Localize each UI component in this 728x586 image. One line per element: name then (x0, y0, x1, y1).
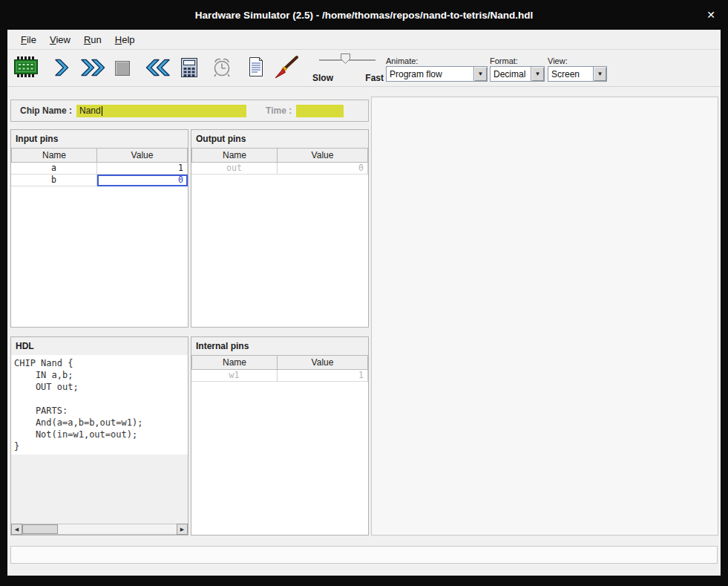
view-combo-button[interactable]: ▼ (593, 67, 606, 81)
speed-slider[interactable]: Slow Fast (310, 51, 386, 85)
hdl-panel: HDL CHIP Nand { IN a,b; OUT out; PARTS: … (10, 336, 188, 535)
run-button[interactable] (79, 57, 108, 78)
pin-value-editing[interactable]: 0 (97, 175, 188, 186)
window-title: Hardware Simulator (2.5) - /home/thomas/… (195, 10, 533, 21)
scroll-left-button[interactable]: ◀ (11, 524, 22, 535)
pin-row-out: out 0 (191, 163, 368, 175)
chip-name-field[interactable]: Nand (76, 105, 246, 117)
view-label: View: (548, 56, 568, 65)
chip-name-value: Nand (79, 105, 101, 116)
stop-icon (113, 59, 132, 78)
hdl-line: IN a,b; (14, 369, 188, 381)
calculator-icon (180, 56, 199, 79)
format-combo-button[interactable]: ▼ (531, 67, 544, 81)
chip-name-label: Chip Name : (20, 105, 72, 116)
hdl-code-view[interactable]: CHIP Nand { IN a,b; OUT out; PARTS: And(… (11, 355, 188, 455)
pin-value: 1 (278, 370, 368, 382)
column-header-name: Name (191, 355, 278, 370)
titlebar: Hardware Simulator (2.5) - /home/thomas/… (0, 0, 728, 30)
clock-button[interactable] (211, 56, 233, 78)
screen-view-panel (371, 97, 718, 535)
slider-slow-label: Slow (312, 73, 333, 83)
time-label: Time : (266, 105, 292, 116)
hdl-line: PARTS: (14, 405, 188, 417)
fast-forward-icon (79, 57, 108, 78)
output-pins-title: Output pins (191, 130, 368, 148)
internal-pins-title: Internal pins (191, 337, 368, 355)
pin-name: b (11, 175, 97, 186)
chevron-down-icon: ▼ (597, 71, 603, 77)
view-combo-value: Screen (548, 67, 593, 81)
menu-help[interactable]: Help (108, 32, 142, 48)
output-pins-header: Name Value (191, 148, 368, 163)
rewind-icon (141, 56, 172, 79)
animate-label: Animate: (386, 56, 418, 65)
text-cursor (102, 106, 102, 116)
view-combo[interactable]: Screen ▼ (548, 66, 607, 82)
pin-row-w1: w1 1 (191, 370, 368, 382)
status-bar (10, 546, 718, 564)
hdl-line: } (14, 440, 188, 452)
animate-combo[interactable]: Program flow ▼ (386, 66, 488, 82)
input-pins-title: Input pins (11, 130, 188, 148)
internal-pins-header: Name Value (191, 355, 368, 370)
hdl-title: HDL (11, 337, 188, 355)
input-pins-panel: Input pins Name Value a 1 b 0 (10, 129, 188, 328)
pin-value[interactable]: 1 (97, 163, 188, 175)
input-pins-header: Name Value (11, 148, 188, 163)
pin-name: a (11, 163, 97, 175)
single-step-button[interactable] (50, 57, 71, 78)
scroll-left-icon: ◀ (15, 527, 19, 533)
close-icon[interactable]: ✕ (706, 0, 715, 30)
document-icon (246, 56, 266, 78)
hdl-line: And(a=a,b=b,out=w1); (14, 417, 188, 429)
script-button[interactable] (246, 56, 266, 78)
column-header-value: Value (278, 148, 368, 163)
app-window: Hardware Simulator (2.5) - /home/thomas/… (0, 0, 728, 586)
format-combo-value: Decimal (491, 67, 531, 81)
hdl-line (14, 393, 188, 405)
column-header-value: Value (278, 355, 368, 370)
eval-button[interactable] (180, 56, 199, 79)
slider-thumb[interactable] (340, 53, 351, 65)
reset-button[interactable] (141, 56, 172, 79)
pin-row-a: a 1 (11, 163, 188, 175)
toolbar: Slow Fast Animate: Program flow ▼ Format… (7, 50, 721, 87)
hdl-line: OUT out; (14, 381, 188, 393)
chip-icon (13, 56, 39, 78)
output-pins-panel: Output pins Name Value out 0 (191, 129, 369, 328)
internal-pins-panel: Internal pins Name Value w1 1 (191, 336, 369, 535)
slider-fast-label: Fast (365, 73, 384, 83)
load-chip-button[interactable] (13, 56, 39, 78)
pin-row-b: b 0 (11, 175, 188, 186)
hdl-line: Not(in=w1,out=out); (14, 429, 188, 440)
single-step-icon (50, 57, 71, 78)
animate-combo-button[interactable]: ▼ (473, 67, 487, 81)
menubar: File View Run Help (7, 30, 721, 50)
menu-file[interactable]: File (14, 32, 43, 48)
window-body: File View Run Help (7, 30, 721, 576)
pin-value: 0 (278, 163, 368, 175)
format-combo[interactable]: Decimal ▼ (490, 66, 545, 82)
column-header-value: Value (97, 148, 188, 163)
pin-name: w1 (191, 370, 278, 382)
scroll-track[interactable] (22, 524, 177, 535)
menu-view[interactable]: View (43, 32, 77, 48)
stop-button[interactable] (113, 59, 132, 78)
animate-combo-value: Program flow (387, 67, 473, 81)
hdl-hscrollbar[interactable]: ◀ ▶ (11, 524, 188, 535)
chevron-down-icon: ▼ (478, 71, 484, 77)
chip-header-bar: Chip Name : Nand Time : (10, 100, 369, 122)
scroll-thumb[interactable] (22, 524, 58, 534)
format-label: Format: (490, 56, 518, 65)
time-field (296, 105, 344, 117)
clear-button[interactable] (273, 55, 300, 80)
chevron-down-icon: ▼ (535, 71, 541, 77)
scroll-right-icon: ▶ (180, 527, 184, 533)
column-header-name: Name (191, 148, 278, 163)
menu-run[interactable]: Run (77, 32, 108, 48)
hdl-line: CHIP Nand { (14, 357, 188, 369)
clock-icon (211, 56, 233, 78)
column-header-name: Name (11, 148, 97, 163)
scroll-right-button[interactable]: ▶ (177, 524, 188, 535)
